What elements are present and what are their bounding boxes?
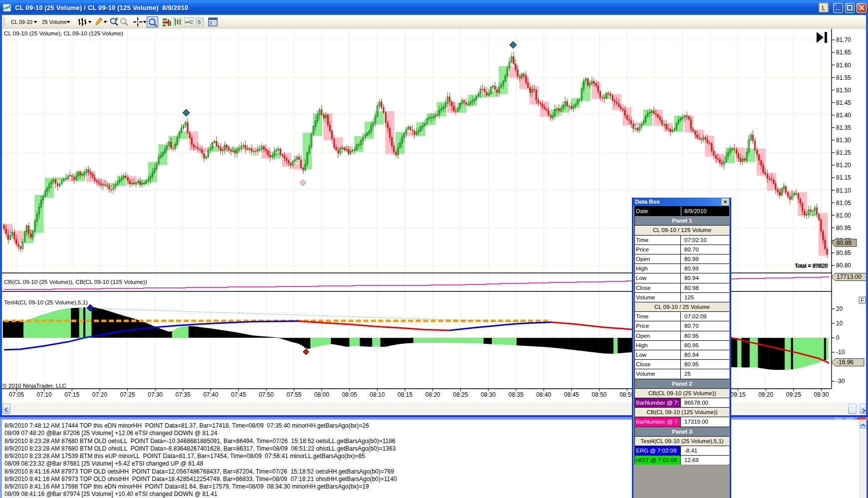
svg-text:07:50: 07:50 (259, 391, 274, 398)
svg-text:08:35: 08:35 (509, 391, 524, 398)
svg-text:CL 09-10 (25 Volume), CL 09-10: CL 09-10 (25 Volume), CL 09-10 (125 Volu… (4, 30, 123, 36)
svg-text:07:20: 07:20 (92, 391, 107, 398)
svg-text:Test4(CL 09-10 (25 Volume),5,1: Test4(CL 09-10 (25 Volume),5,1) (4, 299, 88, 305)
svg-text:07:30: 07:30 (148, 391, 163, 398)
svg-text:08:50: 08:50 (592, 391, 607, 398)
svg-text:07:05: 07:05 (9, 391, 24, 398)
svg-text:81.10: 81.10 (836, 187, 851, 194)
svg-text:08:40: 08:40 (536, 391, 551, 398)
svg-text:81.35: 81.35 (836, 124, 851, 131)
svg-text:81.45: 81.45 (836, 99, 851, 106)
svg-text:81.70: 81.70 (836, 36, 851, 43)
svg-text:-30: -30 (836, 378, 845, 385)
svg-text:17713.00: 17713.00 (837, 273, 862, 280)
svg-text:81.40: 81.40 (836, 112, 851, 119)
svg-text:07:40: 07:40 (203, 391, 218, 398)
svg-text:81.25: 81.25 (836, 149, 851, 156)
svg-text:07:35: 07:35 (176, 391, 191, 398)
svg-text:81.50: 81.50 (836, 87, 851, 94)
svg-text:07:25: 07:25 (120, 391, 135, 398)
svg-text:08:45: 08:45 (564, 391, 579, 398)
svg-text:81.55: 81.55 (836, 74, 851, 81)
svg-text:F: F (861, 298, 864, 303)
svg-text:09:15: 09:15 (731, 391, 746, 398)
svg-text:08:20: 08:20 (425, 391, 440, 398)
svg-text:08:25: 08:25 (453, 391, 468, 398)
svg-text:80.80: 80.80 (836, 262, 851, 269)
svg-text:08:05: 08:05 (342, 391, 357, 398)
svg-text:08:10: 08:10 (370, 391, 385, 398)
svg-text:07:10: 07:10 (37, 391, 52, 398)
svg-text:Total = 89828: Total = 89828 (795, 262, 828, 268)
svg-text:08:00: 08:00 (314, 391, 329, 398)
svg-text:© 2010 NinjaTrader, LLC: © 2010 NinjaTrader, LLC (2, 382, 66, 389)
svg-text:07:45: 07:45 (231, 391, 246, 398)
svg-text:81.15: 81.15 (836, 174, 851, 181)
svg-text:20: 20 (836, 305, 843, 312)
svg-text:80.85: 80.85 (836, 249, 851, 256)
svg-text:0: 0 (836, 334, 840, 341)
svg-text:08:15: 08:15 (397, 391, 412, 398)
svg-text:09:30: 09:30 (814, 391, 829, 398)
svg-text:81.05: 81.05 (836, 200, 851, 207)
svg-text:81.00: 81.00 (836, 212, 851, 219)
svg-text:81.60: 81.60 (836, 62, 851, 69)
svg-text:08:30: 08:30 (481, 391, 496, 398)
svg-text:$: $ (198, 19, 201, 25)
svg-text:80.89: 80.89 (837, 240, 852, 247)
svg-text:-10: -10 (836, 349, 845, 356)
svg-text:10: 10 (836, 320, 843, 327)
svg-text:07:15: 07:15 (64, 391, 79, 398)
svg-text:81.30: 81.30 (836, 137, 851, 144)
svg-text:80.95: 80.95 (836, 225, 851, 232)
svg-text:81.65: 81.65 (836, 49, 851, 56)
svg-text:07:55: 07:55 (287, 391, 301, 398)
svg-text:CB(CL 09-10 (25 Volume)), CB(C: CB(CL 09-10 (25 Volume)), CB(CL 09-10 (1… (4, 278, 147, 285)
svg-text:81.20: 81.20 (836, 162, 851, 169)
svg-text:09:25: 09:25 (786, 391, 801, 398)
svg-text:09:20: 09:20 (758, 391, 773, 398)
svg-text:-16.96: -16.96 (837, 359, 854, 366)
